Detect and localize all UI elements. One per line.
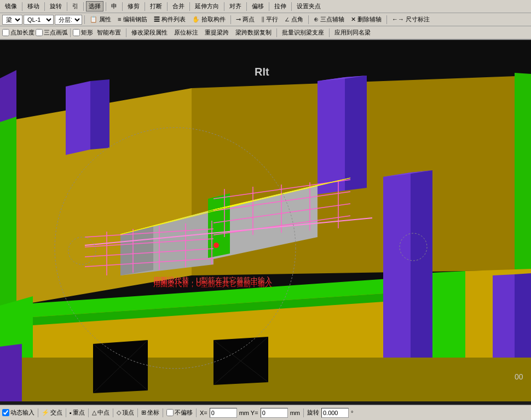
sep (291, 2, 292, 11)
sep (83, 2, 84, 11)
main-viewport[interactable]: 用圈梁代替，U型筋在其它箍筋中输入 (0, 40, 531, 401)
scene-canvas[interactable] (0, 40, 531, 401)
sep (38, 409, 38, 417)
chk-dynamic-input[interactable]: 动态输入 (2, 409, 34, 417)
btn-smart-place[interactable]: 智能布置 (94, 27, 124, 38)
snap-midpoint-label: 中点 (97, 409, 109, 417)
btn-edit-rebar[interactable]: ≡ 编辑钢筋 (115, 14, 149, 25)
tool-select[interactable]: 选择 (86, 1, 103, 11)
y-label: mm Y= (239, 410, 258, 416)
sep (276, 28, 277, 37)
x-input[interactable] (210, 408, 237, 418)
sep (163, 409, 163, 417)
btn-three-axis[interactable]: ⊕ 三点辅轴 (311, 14, 347, 25)
coord-label: 坐标 (147, 409, 159, 417)
sep (88, 409, 89, 417)
sep (22, 2, 22, 11)
sep (246, 2, 247, 11)
tool-mirror[interactable]: 镜像 (2, 1, 20, 11)
chk-no-offset[interactable]: 不偏移 (166, 409, 193, 417)
tool-rotate[interactable]: 旋转 (47, 1, 65, 11)
chk-three-arc[interactable]: 三点画弧 (36, 28, 68, 37)
coordinate-label: ⊞ 坐标 (141, 409, 159, 417)
rotate-input[interactable] (321, 408, 349, 418)
z-label: mm (290, 410, 300, 416)
sep (122, 2, 123, 11)
tool-trim[interactable]: 修剪 (125, 1, 142, 11)
btn-del-axis[interactable]: ✕ 删除辅轴 (348, 14, 384, 25)
toolbar-row-1: 镜像 移动 旋转 引 选择 申 修剪 打断 合并 延伸方向 对齐 偏移 拉伸 设… (0, 0, 531, 13)
btn-original-mark[interactable]: 原位标注 (171, 27, 201, 38)
layer-select[interactable]: 分层1 (55, 15, 82, 25)
toolbar-container: 镜像 移动 旋转 引 选择 申 修剪 打断 合并 延伸方向 对齐 偏移 拉伸 设… (0, 0, 531, 40)
sep (269, 2, 269, 11)
sep (66, 409, 66, 417)
btn-two-point[interactable]: ⊸ 两点 (233, 14, 257, 25)
btn-parallel[interactable]: ∥ 平行 (258, 14, 281, 25)
toolbar-row-2: 梁 QL-1 分层1 📋 属性 ≡ 编辑钢筋 ☰ 构件列表 ✋ 拾取构件 ⊸ 两… (0, 13, 531, 26)
type-select[interactable]: 梁 (2, 15, 22, 25)
toolbar-row-3: 点加长度 三点画弧 矩形 智能布置 修改梁段属性 原位标注 重提梁跨 梁跨数据复… (0, 26, 531, 39)
sep (67, 2, 67, 11)
snap-endpoint: ▪ 重点 (70, 409, 85, 417)
status-bar: 动态输入 ⚡ 交点 ▪ 重点 △ 中点 ◇ 顶点 ⊞ 坐标 不偏移 X= mm … (0, 405, 531, 420)
sep (386, 15, 387, 24)
no-offset-label: 不偏移 (175, 409, 193, 417)
name-select[interactable]: QL-1 (24, 15, 54, 25)
sep (167, 2, 168, 11)
degree-unit: ° (351, 410, 353, 416)
btn-copy-span-data[interactable]: 梁跨数据复制 (233, 27, 274, 38)
sep (137, 409, 138, 417)
btn-modify-seg[interactable]: 修改梁段属性 (129, 27, 170, 38)
rotate-label: 旋转 (307, 409, 319, 417)
btn-component-list[interactable]: ☰ 构件列表 (151, 14, 188, 25)
tool-offset[interactable]: 偏移 (249, 1, 267, 11)
sep (303, 409, 304, 417)
sep (113, 409, 113, 417)
tool-setpoint[interactable]: 设置夹点 (294, 1, 324, 11)
snap-midpoint: △ 中点 (92, 409, 109, 417)
tool-申[interactable]: 申 (108, 1, 120, 11)
tool-stretch[interactable]: 拉伸 (272, 1, 289, 11)
dynamic-input-label: 动态输入 (10, 409, 34, 417)
sep (44, 2, 45, 11)
sep (196, 409, 197, 417)
tool-引[interactable]: 引 (70, 1, 81, 11)
btn-property[interactable]: 📋 属性 (87, 14, 114, 25)
chk-point-add-len[interactable]: 点加长度 (2, 28, 34, 37)
tool-align[interactable]: 对齐 (227, 1, 244, 11)
tool-move[interactable]: 移动 (25, 1, 42, 11)
tool-merge[interactable]: 合并 (170, 1, 187, 11)
chk-rect[interactable]: 矩形 (73, 28, 93, 37)
btn-batch-support[interactable]: 批量识别梁支座 (279, 27, 327, 38)
btn-apply-same-beam[interactable]: 应用到同名梁 (332, 27, 373, 38)
sep (145, 2, 145, 11)
sep (106, 2, 106, 11)
x-label: X= (200, 410, 207, 416)
y-input[interactable] (261, 408, 288, 418)
sep (329, 28, 330, 37)
btn-pick-component[interactable]: ✋ 拾取构件 (189, 14, 228, 25)
snap-intersection: ⚡ 交点 (42, 409, 62, 417)
sep (84, 15, 85, 24)
tool-extend-dir[interactable]: 延伸方向 (192, 1, 222, 11)
sep (230, 15, 231, 24)
snap-vertex: ◇ 顶点 (117, 409, 134, 417)
sep (189, 2, 190, 11)
snap-intersection-label: 交点 (50, 409, 62, 417)
btn-point-angle[interactable]: ∠ 点角 (282, 14, 306, 25)
sep (126, 28, 126, 37)
btn-dimension[interactable]: ←→ 尺寸标注 (389, 14, 432, 25)
sep (308, 15, 309, 24)
sep (70, 28, 71, 37)
sep (224, 2, 224, 11)
snap-endpoint-label: 重点 (73, 409, 85, 417)
tool-break[interactable]: 打断 (147, 1, 165, 11)
btn-reload-span[interactable]: 重提梁跨 (202, 27, 232, 38)
snap-vertex-label: 顶点 (122, 409, 134, 417)
